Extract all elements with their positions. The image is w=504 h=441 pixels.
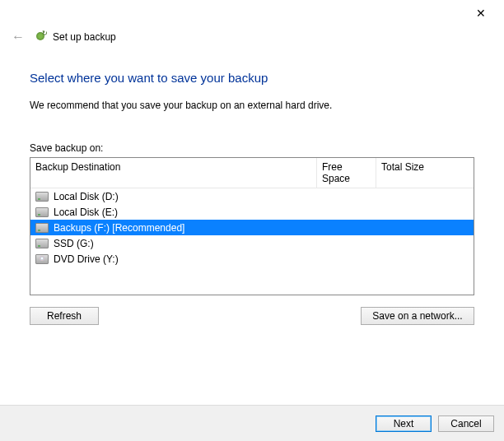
drive-row[interactable]: Local Disk (E:) — [30, 204, 474, 220]
dvd-drive-icon — [35, 254, 49, 264]
hard-drive-icon — [35, 192, 49, 202]
hard-drive-icon — [35, 223, 49, 233]
drive-row[interactable]: DVD Drive (Y:) — [30, 251, 474, 267]
close-icon[interactable]: ✕ — [469, 5, 492, 21]
hard-drive-icon — [35, 239, 49, 248]
drive-row[interactable]: Local Disk (D:) — [30, 188, 474, 204]
hard-drive-icon — [35, 207, 49, 217]
column-free-space[interactable]: Free Space — [317, 158, 376, 188]
refresh-button[interactable]: Refresh — [30, 307, 99, 325]
drive-label: Backups (F:) [Recommended] — [54, 222, 184, 234]
header: ← Set up backup — [7, 30, 116, 44]
column-destination[interactable]: Backup Destination — [30, 158, 317, 188]
list-label: Save backup on: — [30, 142, 474, 154]
save-on-network-button[interactable]: Save on a network... — [361, 307, 474, 325]
drive-label: Local Disk (D:) — [54, 191, 119, 202]
cancel-button[interactable]: Cancel — [438, 415, 494, 432]
drive-list: Backup Destination Free Space Total Size… — [30, 157, 474, 295]
next-button[interactable]: Next — [376, 415, 432, 432]
page-title: Select where you want to save your backu… — [30, 71, 474, 85]
back-arrow-icon[interactable]: ← — [7, 30, 30, 44]
list-header: Backup Destination Free Space Total Size — [30, 158, 474, 188]
backup-app-icon — [35, 30, 48, 44]
footer: Next Cancel — [0, 405, 504, 441]
drive-label: SSD (G:) — [54, 238, 94, 249]
drive-label: DVD Drive (Y:) — [54, 253, 119, 265]
drive-row[interactable]: SSD (G:) — [30, 235, 474, 251]
page-subtitle: We recommend that you save your backup o… — [30, 100, 474, 111]
column-total-size[interactable]: Total Size — [376, 158, 442, 188]
drive-label: Local Disk (E:) — [54, 207, 118, 218]
window-title: Set up backup — [53, 31, 116, 43]
drive-row[interactable]: Backups (F:) [Recommended] — [30, 220, 474, 235]
